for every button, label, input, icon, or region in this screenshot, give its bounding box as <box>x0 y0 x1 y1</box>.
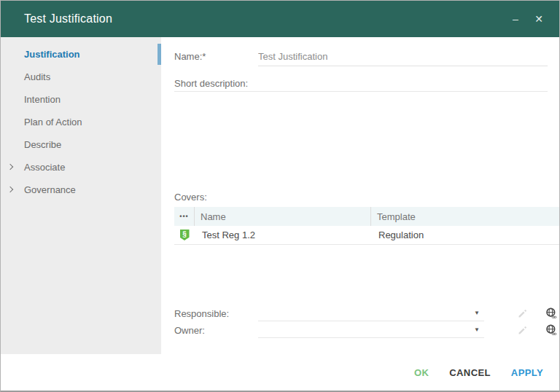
table-row[interactable]: § Test Reg 1.2 Regulation <box>174 226 560 245</box>
cancel-button[interactable]: CANCEL <box>449 367 491 378</box>
minimize-icon[interactable]: – <box>510 14 521 24</box>
dialog-window: Test Justification – ✕ Justification Aud… <box>0 0 560 392</box>
sidebar-item-label: Intention <box>24 94 61 105</box>
row-name-cell: Test Reg 1.2 <box>195 230 371 240</box>
row-template-cell: Regulation <box>371 230 560 240</box>
sidebar-item-label: Justification <box>24 49 80 60</box>
window-controls: – ✕ <box>510 14 545 24</box>
covers-table: ••• Name Template § Test Reg 1.2 Regulat… <box>174 207 560 245</box>
sidebar-item-label: Plan of Action <box>24 117 82 128</box>
covers-table-header: ••• Name Template <box>174 207 560 226</box>
dialog-footer: OK CANCEL APPLY <box>1 354 559 391</box>
column-header-name[interactable]: Name <box>195 207 371 226</box>
name-label: Name:* <box>174 46 258 68</box>
owner-field-row: Owner: ▼ <box>174 323 560 338</box>
apply-button[interactable]: APPLY <box>511 367 543 378</box>
ok-button[interactable]: OK <box>414 367 429 378</box>
sidebar-item-label: Describe <box>24 139 61 150</box>
covers-label: Covers: <box>174 192 207 203</box>
form-panel: Name:* Short description: Covers: ••• Na… <box>161 37 560 354</box>
chevron-down-icon: ▼ <box>474 326 480 333</box>
edit-pencil-icon[interactable] <box>515 323 529 337</box>
sidebar-item-label: Audits <box>24 71 50 82</box>
responsible-label: Responsible: <box>174 306 258 321</box>
window-title: Test Justification <box>24 12 510 26</box>
globe-link-icon[interactable] <box>544 306 559 321</box>
responsible-dropdown[interactable]: ▼ <box>258 306 484 321</box>
sidebar: Justification Audits Intention Plan of A… <box>1 37 161 354</box>
sidebar-item-governance[interactable]: Governance <box>1 179 161 201</box>
owner-label: Owner: <box>174 323 258 338</box>
column-header-template[interactable]: Template <box>371 207 560 226</box>
sidebar-item-plan-of-action[interactable]: Plan of Action <box>1 111 161 133</box>
sidebar-item-associate[interactable]: Associate <box>1 156 161 179</box>
sidebar-item-describe[interactable]: Describe <box>1 133 161 156</box>
table-menu-icon[interactable]: ••• <box>174 207 195 226</box>
globe-link-icon[interactable] <box>544 323 559 337</box>
name-field-row: Name:* <box>174 46 560 68</box>
sidebar-item-intention[interactable]: Intention <box>1 88 161 111</box>
sidebar-item-label: Associate <box>24 162 65 173</box>
titlebar: Test Justification – ✕ <box>1 1 559 37</box>
edit-pencil-icon[interactable] <box>515 306 529 321</box>
sidebar-item-label: Governance <box>24 184 76 195</box>
chevron-right-icon <box>7 187 13 192</box>
name-input[interactable] <box>258 47 548 66</box>
close-icon[interactable]: ✕ <box>533 14 545 24</box>
regulation-shield-icon: § <box>180 230 190 240</box>
sidebar-item-justification[interactable]: Justification <box>1 43 161 66</box>
sidebar-item-audits[interactable]: Audits <box>1 66 161 88</box>
responsible-field-row: Responsible: ▼ <box>174 306 560 321</box>
owner-dropdown[interactable]: ▼ <box>258 323 484 338</box>
short-description-input[interactable] <box>174 91 548 92</box>
short-description-label: Short description: <box>174 78 248 89</box>
chevron-down-icon: ▼ <box>474 310 480 316</box>
chevron-right-icon <box>7 164 13 170</box>
